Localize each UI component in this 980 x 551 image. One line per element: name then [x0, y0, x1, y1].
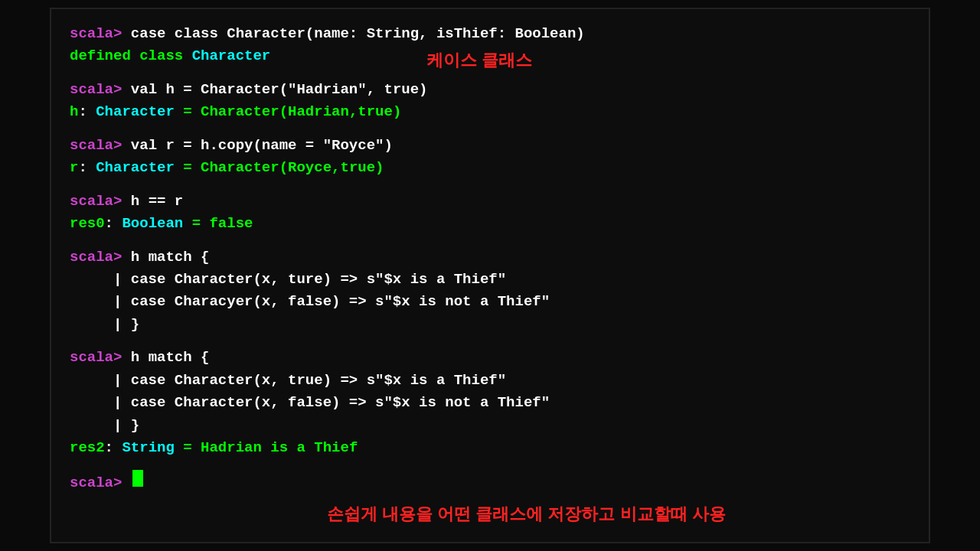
code: h match { — [131, 246, 210, 269]
cursor — [132, 470, 143, 487]
code: case class Character(name: String, isThi… — [131, 23, 585, 45]
value: = Character(Hadrian,true) — [175, 101, 401, 123]
line-6: r : Character = Character(Royce,true) — [70, 157, 910, 179]
line-18: scala> — [70, 470, 910, 494]
spacer — [70, 124, 910, 135]
spacer — [70, 336, 910, 347]
type: Character — [96, 101, 175, 123]
prompt: scala> — [70, 135, 131, 157]
spacer — [70, 236, 910, 246]
code: | case Character(x, ture) => s"$x is a T… — [70, 269, 506, 291]
prompt: scala> — [70, 23, 131, 45]
code: | } — [70, 314, 139, 336]
code: | case Character(x, false) => s"$x is no… — [70, 392, 550, 414]
spacer — [70, 180, 910, 191]
value: = Hadrian is a Thief — [175, 437, 358, 459]
code: h match { — [131, 347, 210, 369]
type: Boolean — [122, 213, 183, 235]
line-1: scala> case class Character(name: String… — [70, 23, 910, 45]
code: | } — [70, 415, 139, 437]
classname: Character — [192, 45, 271, 67]
line-7: scala> h == r — [70, 191, 910, 213]
code: h == r — [131, 191, 183, 213]
code: | case Characyer(x, false) => s"$x is no… — [70, 291, 550, 313]
code: val h = Character("Hadrian", true) — [131, 79, 428, 101]
line-15: | case Character(x, false) => s"$x is no… — [70, 392, 910, 414]
line-13: scala> h match { — [70, 347, 910, 369]
colon: : — [105, 437, 122, 459]
type: Character — [96, 157, 175, 179]
var-name: h — [70, 101, 78, 123]
line-11: | case Characyer(x, false) => s"$x is no… — [70, 291, 910, 313]
prompt: scala> — [70, 246, 131, 269]
colon: : — [78, 101, 96, 123]
line-9: scala> h match { — [70, 246, 910, 269]
annotation-case-class: 케이스 클래스 — [426, 47, 532, 73]
type: String — [122, 437, 174, 459]
line-5: scala> val r = h.copy(name = "Royce") — [70, 135, 910, 157]
line-14: | case Character(x, true) => s"$x is a T… — [70, 370, 910, 392]
line-8: res0 : Boolean = false — [70, 213, 910, 235]
output: defined class — [70, 45, 192, 67]
var-name: r — [70, 157, 78, 179]
value: = false — [183, 213, 253, 235]
code: | case Character(x, true) => s"$x is a T… — [70, 370, 506, 392]
line-10: | case Character(x, ture) => s"$x is a T… — [70, 269, 910, 291]
prompt: scala> — [70, 191, 131, 213]
code: val r = h.copy(name = "Royce") — [131, 135, 393, 157]
annotation-usage: 손쉽게 내용을 어떤 클래스에 저장하고 비교할때 사용 — [327, 501, 726, 527]
prompt: scala> — [70, 79, 131, 101]
terminal: scala> case class Character(name: String… — [50, 8, 930, 543]
value: = Character(Royce,true) — [175, 157, 384, 179]
spacer — [70, 459, 910, 470]
line-4: h : Character = Character(Hadrian,true) — [70, 101, 910, 123]
colon: : — [105, 213, 122, 235]
prompt: scala> — [70, 347, 131, 369]
var-name: res2 — [70, 437, 105, 459]
line-17: res2 : String = Hadrian is a Thief — [70, 437, 910, 459]
line-16: | } — [70, 415, 910, 437]
colon: : — [78, 157, 96, 179]
line-12: | } — [70, 314, 910, 336]
var-name: res0 — [70, 213, 105, 235]
line-3: scala> val h = Character("Hadrian", true… — [70, 79, 910, 101]
prompt: scala> — [70, 472, 131, 494]
